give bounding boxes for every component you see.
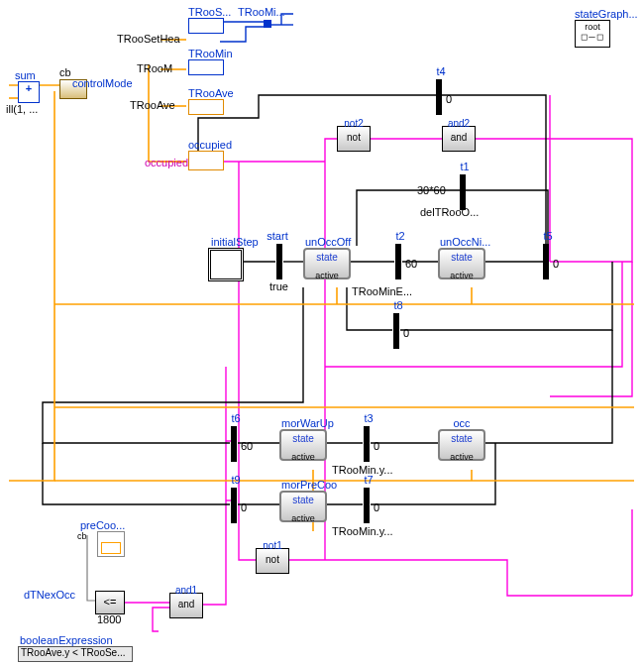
t6-cond: 60 xyxy=(241,440,253,452)
troomin-port[interactable] xyxy=(188,59,224,75)
occupied2-label: occupied xyxy=(145,157,188,168)
t2-name: t2 xyxy=(389,230,411,242)
troosethea-label: TRooSetHea xyxy=(117,33,180,45)
le-text: <= xyxy=(104,596,117,608)
morwarup-active: active xyxy=(281,452,325,462)
not1-name: not1 xyxy=(257,535,288,557)
t6-name: t6 xyxy=(225,412,247,424)
morprecoo-state[interactable]: morPreCoo state active xyxy=(279,491,327,522)
deltroo-label: delTRooO... xyxy=(420,206,479,218)
precoo-cb: cb xyxy=(77,531,87,541)
and1-block[interactable]: and1 and xyxy=(169,593,203,618)
t7-name: t7 xyxy=(358,474,379,486)
occ-state[interactable]: occ state active xyxy=(438,429,485,461)
morprecoo-active: active xyxy=(281,513,325,523)
dtnexocc-label: dTNexOcc xyxy=(24,589,75,601)
trooave-label: TRooAve xyxy=(188,87,234,99)
unoccoff-active: active xyxy=(305,271,349,280)
le-val: 1800 xyxy=(97,613,121,625)
sum-label: sum xyxy=(15,69,36,81)
cb-label: cb xyxy=(59,66,71,78)
unoccni-state[interactable]: unOccNi... state active xyxy=(438,248,485,279)
t5-name: t5 xyxy=(537,230,559,242)
t4-name: t4 xyxy=(430,65,452,77)
t1-transition[interactable]: t1 xyxy=(460,174,466,210)
unoccni-active: active xyxy=(440,271,483,280)
t3-transition[interactable]: t3 0 xyxy=(364,426,370,462)
fill-label: ill(1, ... xyxy=(6,103,38,115)
trooave-left-label: TRooAve xyxy=(130,99,175,111)
start-cond: true xyxy=(269,280,288,292)
t5-transition[interactable]: t5 0 xyxy=(543,244,549,279)
unoccoff-name: unOccOff xyxy=(305,236,349,248)
t3-cond: 0 xyxy=(374,440,379,452)
troos-label: TRooS... xyxy=(188,6,231,18)
unoccni-text: state xyxy=(440,252,483,263)
occ-text: state xyxy=(440,433,483,444)
boolexpr-text: TRooAve.y < TRooSe... xyxy=(21,647,126,658)
boolexpr-label: booleanExpression xyxy=(20,634,113,646)
and2-name: and2 xyxy=(443,113,475,135)
t1-name: t1 xyxy=(454,161,476,172)
morprecoo-text: state xyxy=(281,495,325,505)
occ-name: occ xyxy=(440,417,483,429)
t8-transition[interactable]: t8 0 xyxy=(393,313,399,349)
morwarup-name: morWarUp xyxy=(281,417,325,429)
initialstep-name: initialStep xyxy=(211,236,241,248)
not2-name: not2 xyxy=(338,113,370,135)
stategraph-label: stateGraph... xyxy=(575,8,638,20)
t9-cond: 0 xyxy=(241,501,247,513)
t1-cond: 30*60 xyxy=(417,184,446,196)
t9-name: t9 xyxy=(225,474,247,486)
sum-block[interactable]: + xyxy=(18,81,40,103)
plus-text: + xyxy=(26,82,32,94)
start-transition[interactable]: start xyxy=(276,244,282,279)
t4-cond: 0 xyxy=(446,93,452,105)
troomin-label: TRooMin xyxy=(188,48,233,59)
t3-name: t3 xyxy=(358,412,379,424)
troomi-label: TRooMi... xyxy=(238,6,285,18)
mixer-port[interactable] xyxy=(264,20,271,28)
t4-transition[interactable]: t4 0 xyxy=(436,79,442,115)
root-text: root xyxy=(576,21,609,32)
t9-transition[interactable]: t9 0 xyxy=(231,488,237,523)
and2-block[interactable]: and2 and xyxy=(442,126,476,152)
troos-port[interactable] xyxy=(188,18,224,34)
trooave-port[interactable] xyxy=(188,99,224,115)
precoo-block[interactable] xyxy=(97,531,125,557)
stategraph-root-block[interactable]: root ◻─◻ xyxy=(575,20,610,48)
t5-cond: 0 xyxy=(553,258,559,270)
t8-cond: 0 xyxy=(403,327,409,339)
unoccni-name: unOccNi... xyxy=(440,236,483,248)
unoccoff-text: state xyxy=(305,252,349,263)
morwarup-state[interactable]: morWarUp state active xyxy=(279,429,327,461)
start-name: start xyxy=(267,230,288,242)
boolexpr-block[interactable]: TRooAve.y < TRooSe... xyxy=(18,646,133,662)
occ-active: active xyxy=(440,452,483,462)
occupied-label: occupied xyxy=(188,139,232,151)
occupied-port[interactable] xyxy=(188,151,224,170)
unoccoff-state[interactable]: unOccOff state active xyxy=(303,248,351,279)
precoo-label: preCoo... xyxy=(80,519,125,531)
t7-transition[interactable]: t7 0 xyxy=(364,488,370,523)
t2-cond: 60 xyxy=(405,258,417,270)
troom-left-label: TRooM xyxy=(137,62,172,74)
and1-name: and1 xyxy=(170,580,202,602)
t8-name: t8 xyxy=(387,299,409,311)
troomin-y2: TRooMin.y... xyxy=(332,525,393,537)
t7-cond: 0 xyxy=(374,501,379,513)
controlmode-label: controlMode xyxy=(72,77,133,89)
not1-block[interactable]: not1 not xyxy=(256,548,289,574)
le-block[interactable]: <= xyxy=(95,591,125,614)
not2-block[interactable]: not2 not xyxy=(337,126,371,152)
morwarup-text: state xyxy=(281,433,325,444)
t2-transition[interactable]: t2 60 xyxy=(395,244,401,279)
initialstep-block[interactable]: initialStep xyxy=(208,248,244,281)
t6-transition[interactable]: t6 60 xyxy=(231,426,237,462)
morprecoo-name: morPreCoo xyxy=(281,479,325,491)
troomine-label: TRooMinE... xyxy=(352,285,412,297)
